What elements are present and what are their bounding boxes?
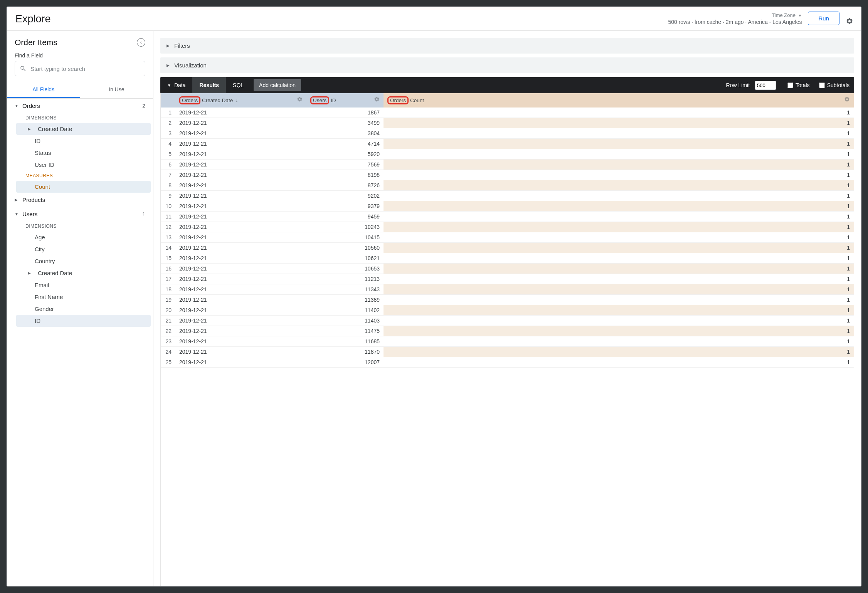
table-row[interactable]: 252019-12-21120071	[161, 357, 854, 368]
cell-user-id[interactable]: 10621	[306, 253, 384, 264]
table-row[interactable]: 222019-12-21114751	[161, 326, 854, 336]
tab-in-use[interactable]: In Use	[80, 82, 153, 98]
cell-created-date[interactable]: 2019-12-21	[175, 264, 306, 274]
field-item[interactable]: Count	[16, 181, 151, 193]
table-row[interactable]: 212019-12-21114031	[161, 316, 854, 326]
cell-user-id[interactable]: 11213	[306, 274, 384, 284]
cell-user-id[interactable]: 4714	[306, 139, 384, 149]
cell-created-date[interactable]: 2019-12-21	[175, 284, 306, 295]
cell-user-id[interactable]: 8198	[306, 170, 384, 180]
cell-created-date[interactable]: 2019-12-21	[175, 180, 306, 191]
table-row[interactable]: 242019-12-21118701	[161, 347, 854, 357]
filters-section[interactable]: ▶ Filters	[160, 38, 854, 54]
cell-created-date[interactable]: 2019-12-21	[175, 357, 306, 368]
field-list[interactable]: ▼Orders2DIMENSIONS▶Created DateIDStatusU…	[7, 99, 153, 586]
field-item[interactable]: Status	[16, 147, 151, 159]
cell-count[interactable]: 1	[384, 357, 854, 368]
cell-created-date[interactable]: 2019-12-21	[175, 191, 306, 201]
table-row[interactable]: 192019-12-21113891	[161, 295, 854, 305]
add-calculation-button[interactable]: Add calculation	[254, 79, 301, 91]
cell-user-id[interactable]: 11403	[306, 316, 384, 326]
cell-count[interactable]: 1	[384, 253, 854, 264]
subtotals-checkbox[interactable]	[819, 82, 825, 88]
visualization-section[interactable]: ▶ Visualization	[160, 57, 854, 73]
cell-user-id[interactable]: 11685	[306, 336, 384, 347]
cell-count[interactable]: 1	[384, 305, 854, 316]
cell-created-date[interactable]: 2019-12-21	[175, 232, 306, 243]
table-row[interactable]: 22019-12-2134991	[161, 118, 854, 128]
cell-user-id[interactable]: 3804	[306, 128, 384, 139]
table-row[interactable]: 32019-12-2138041	[161, 128, 854, 139]
field-item[interactable]: Gender	[16, 303, 151, 315]
results-tab[interactable]: Results	[192, 77, 226, 93]
field-item[interactable]: First Name	[16, 291, 151, 303]
cell-count[interactable]: 1	[384, 139, 854, 149]
field-item[interactable]: ID	[16, 135, 151, 147]
cell-created-date[interactable]: 2019-12-21	[175, 118, 306, 128]
gear-icon[interactable]	[846, 17, 853, 25]
cell-user-id[interactable]: 9202	[306, 191, 384, 201]
view-users[interactable]: ▼Users1	[7, 207, 153, 221]
table-row[interactable]: 62019-12-2175691	[161, 160, 854, 170]
row-limit-input[interactable]	[755, 81, 776, 90]
timezone-dropdown[interactable]: Time Zone ▼	[772, 12, 802, 18]
cell-count[interactable]: 1	[384, 326, 854, 336]
column-header[interactable]: Orders Created Date ↓	[175, 93, 306, 108]
cell-count[interactable]: 1	[384, 180, 854, 191]
cell-created-date[interactable]: 2019-12-21	[175, 128, 306, 139]
cell-count[interactable]: 1	[384, 128, 854, 139]
cell-count[interactable]: 1	[384, 212, 854, 222]
cell-user-id[interactable]: 10243	[306, 222, 384, 232]
cell-user-id[interactable]: 3499	[306, 118, 384, 128]
cell-count[interactable]: 1	[384, 149, 854, 160]
cell-count[interactable]: 1	[384, 118, 854, 128]
sql-tab[interactable]: SQL	[226, 77, 251, 93]
table-row[interactable]: 122019-12-21102431	[161, 222, 854, 232]
search-input[interactable]	[30, 66, 140, 72]
table-row[interactable]: 162019-12-21106531	[161, 264, 854, 274]
table-row[interactable]: 42019-12-2147141	[161, 139, 854, 149]
field-item[interactable]: ▶Created Date	[16, 267, 151, 279]
cell-created-date[interactable]: 2019-12-21	[175, 274, 306, 284]
cell-count[interactable]: 1	[384, 347, 854, 357]
search-box[interactable]	[15, 61, 145, 76]
cell-count[interactable]: 1	[384, 191, 854, 201]
cell-created-date[interactable]: 2019-12-21	[175, 295, 306, 305]
cell-count[interactable]: 1	[384, 274, 854, 284]
cell-created-date[interactable]: 2019-12-21	[175, 243, 306, 253]
cell-count[interactable]: 1	[384, 316, 854, 326]
collapse-sidebar-icon[interactable]: ‹	[137, 38, 145, 47]
cell-user-id[interactable]: 10653	[306, 264, 384, 274]
totals-checkbox[interactable]	[787, 82, 793, 88]
table-row[interactable]: 12019-12-2118671	[161, 108, 854, 118]
cell-user-id[interactable]: 12007	[306, 357, 384, 368]
cell-created-date[interactable]: 2019-12-21	[175, 316, 306, 326]
cell-count[interactable]: 1	[384, 232, 854, 243]
cell-created-date[interactable]: 2019-12-21	[175, 222, 306, 232]
cell-created-date[interactable]: 2019-12-21	[175, 336, 306, 347]
cell-created-date[interactable]: 2019-12-21	[175, 212, 306, 222]
tab-all-fields[interactable]: All Fields	[7, 82, 80, 98]
field-item[interactable]: Email	[16, 279, 151, 291]
field-item[interactable]: Country	[16, 255, 151, 267]
column-header[interactable]: Users ID	[306, 93, 384, 108]
cell-user-id[interactable]: 11402	[306, 305, 384, 316]
cell-user-id[interactable]: 11389	[306, 295, 384, 305]
cell-created-date[interactable]: 2019-12-21	[175, 201, 306, 212]
table-row[interactable]: 102019-12-2193791	[161, 201, 854, 212]
cell-created-date[interactable]: 2019-12-21	[175, 108, 306, 118]
table-row[interactable]: 172019-12-21112131	[161, 274, 854, 284]
table-row[interactable]: 92019-12-2192021	[161, 191, 854, 201]
table-row[interactable]: 232019-12-21116851	[161, 336, 854, 347]
totals-toggle[interactable]: Totals	[783, 82, 814, 88]
column-header[interactable]: Orders Count	[384, 93, 854, 108]
cell-count[interactable]: 1	[384, 284, 854, 295]
cell-count[interactable]: 1	[384, 160, 854, 170]
cell-created-date[interactable]: 2019-12-21	[175, 139, 306, 149]
cell-user-id[interactable]: 9459	[306, 212, 384, 222]
cell-count[interactable]: 1	[384, 201, 854, 212]
table-row[interactable]: 82019-12-2187261	[161, 180, 854, 191]
field-item[interactable]: User ID	[16, 159, 151, 171]
cell-created-date[interactable]: 2019-12-21	[175, 326, 306, 336]
cell-user-id[interactable]: 9379	[306, 201, 384, 212]
